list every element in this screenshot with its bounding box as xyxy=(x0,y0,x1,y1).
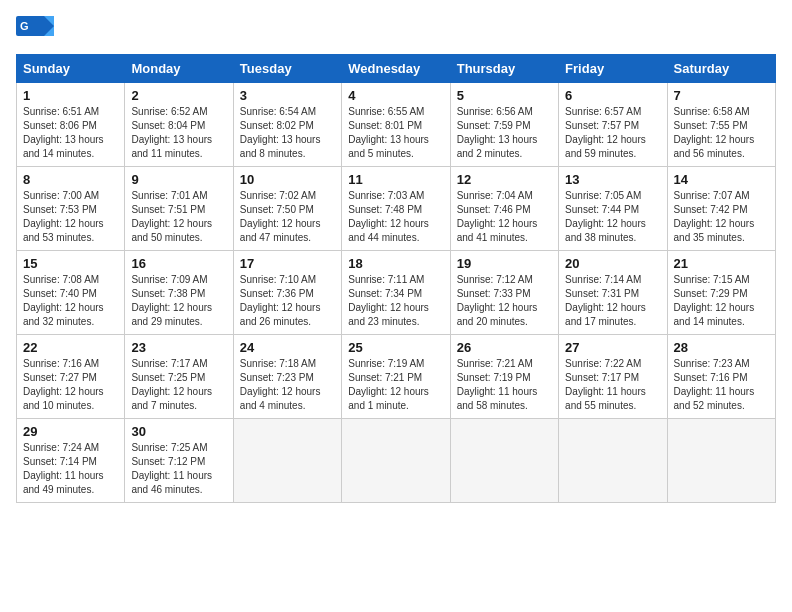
calendar-cell: 17Sunrise: 7:10 AM Sunset: 7:36 PM Dayli… xyxy=(233,251,341,335)
day-info: Sunrise: 7:08 AM Sunset: 7:40 PM Dayligh… xyxy=(23,273,118,329)
day-number: 16 xyxy=(131,256,226,271)
calendar-cell: 27Sunrise: 7:22 AM Sunset: 7:17 PM Dayli… xyxy=(559,335,667,419)
day-number: 12 xyxy=(457,172,552,187)
day-info: Sunrise: 7:03 AM Sunset: 7:48 PM Dayligh… xyxy=(348,189,443,245)
calendar-week-row: 8Sunrise: 7:00 AM Sunset: 7:53 PM Daylig… xyxy=(17,167,776,251)
calendar-cell: 28Sunrise: 7:23 AM Sunset: 7:16 PM Dayli… xyxy=(667,335,775,419)
day-info: Sunrise: 6:56 AM Sunset: 7:59 PM Dayligh… xyxy=(457,105,552,161)
day-info: Sunrise: 7:10 AM Sunset: 7:36 PM Dayligh… xyxy=(240,273,335,329)
calendar-cell: 22Sunrise: 7:16 AM Sunset: 7:27 PM Dayli… xyxy=(17,335,125,419)
calendar-cell: 5Sunrise: 6:56 AM Sunset: 7:59 PM Daylig… xyxy=(450,83,558,167)
calendar-cell: 1Sunrise: 6:51 AM Sunset: 8:06 PM Daylig… xyxy=(17,83,125,167)
weekday-header-friday: Friday xyxy=(559,55,667,83)
day-info: Sunrise: 7:00 AM Sunset: 7:53 PM Dayligh… xyxy=(23,189,118,245)
calendar-cell: 14Sunrise: 7:07 AM Sunset: 7:42 PM Dayli… xyxy=(667,167,775,251)
calendar-cell: 13Sunrise: 7:05 AM Sunset: 7:44 PM Dayli… xyxy=(559,167,667,251)
calendar-cell xyxy=(342,419,450,503)
day-number: 15 xyxy=(23,256,118,271)
calendar-cell: 20Sunrise: 7:14 AM Sunset: 7:31 PM Dayli… xyxy=(559,251,667,335)
day-number: 6 xyxy=(565,88,660,103)
calendar-cell: 26Sunrise: 7:21 AM Sunset: 7:19 PM Dayli… xyxy=(450,335,558,419)
day-number: 7 xyxy=(674,88,769,103)
day-info: Sunrise: 7:15 AM Sunset: 7:29 PM Dayligh… xyxy=(674,273,769,329)
day-number: 3 xyxy=(240,88,335,103)
day-info: Sunrise: 7:23 AM Sunset: 7:16 PM Dayligh… xyxy=(674,357,769,413)
calendar-cell: 7Sunrise: 6:58 AM Sunset: 7:55 PM Daylig… xyxy=(667,83,775,167)
calendar-cell: 30Sunrise: 7:25 AM Sunset: 7:12 PM Dayli… xyxy=(125,419,233,503)
day-number: 18 xyxy=(348,256,443,271)
day-info: Sunrise: 6:58 AM Sunset: 7:55 PM Dayligh… xyxy=(674,105,769,161)
calendar-cell: 10Sunrise: 7:02 AM Sunset: 7:50 PM Dayli… xyxy=(233,167,341,251)
day-info: Sunrise: 7:05 AM Sunset: 7:44 PM Dayligh… xyxy=(565,189,660,245)
day-number: 27 xyxy=(565,340,660,355)
day-number: 1 xyxy=(23,88,118,103)
day-number: 14 xyxy=(674,172,769,187)
calendar-cell: 23Sunrise: 7:17 AM Sunset: 7:25 PM Dayli… xyxy=(125,335,233,419)
day-number: 23 xyxy=(131,340,226,355)
day-number: 25 xyxy=(348,340,443,355)
day-info: Sunrise: 6:54 AM Sunset: 8:02 PM Dayligh… xyxy=(240,105,335,161)
calendar-week-row: 22Sunrise: 7:16 AM Sunset: 7:27 PM Dayli… xyxy=(17,335,776,419)
calendar-cell: 12Sunrise: 7:04 AM Sunset: 7:46 PM Dayli… xyxy=(450,167,558,251)
day-info: Sunrise: 7:09 AM Sunset: 7:38 PM Dayligh… xyxy=(131,273,226,329)
day-number: 17 xyxy=(240,256,335,271)
day-number: 21 xyxy=(674,256,769,271)
weekday-header-thursday: Thursday xyxy=(450,55,558,83)
day-number: 26 xyxy=(457,340,552,355)
day-number: 30 xyxy=(131,424,226,439)
calendar-cell: 25Sunrise: 7:19 AM Sunset: 7:21 PM Dayli… xyxy=(342,335,450,419)
calendar-week-row: 15Sunrise: 7:08 AM Sunset: 7:40 PM Dayli… xyxy=(17,251,776,335)
calendar-table: SundayMondayTuesdayWednesdayThursdayFrid… xyxy=(16,54,776,503)
day-number: 10 xyxy=(240,172,335,187)
weekday-header-wednesday: Wednesday xyxy=(342,55,450,83)
calendar-week-row: 1Sunrise: 6:51 AM Sunset: 8:06 PM Daylig… xyxy=(17,83,776,167)
weekday-header-tuesday: Tuesday xyxy=(233,55,341,83)
day-number: 22 xyxy=(23,340,118,355)
weekday-header-row: SundayMondayTuesdayWednesdayThursdayFrid… xyxy=(17,55,776,83)
calendar-cell: 16Sunrise: 7:09 AM Sunset: 7:38 PM Dayli… xyxy=(125,251,233,335)
day-info: Sunrise: 7:12 AM Sunset: 7:33 PM Dayligh… xyxy=(457,273,552,329)
day-number: 13 xyxy=(565,172,660,187)
calendar-cell: 6Sunrise: 6:57 AM Sunset: 7:57 PM Daylig… xyxy=(559,83,667,167)
day-info: Sunrise: 7:11 AM Sunset: 7:34 PM Dayligh… xyxy=(348,273,443,329)
calendar-cell: 18Sunrise: 7:11 AM Sunset: 7:34 PM Dayli… xyxy=(342,251,450,335)
weekday-header-sunday: Sunday xyxy=(17,55,125,83)
calendar-cell: 15Sunrise: 7:08 AM Sunset: 7:40 PM Dayli… xyxy=(17,251,125,335)
calendar-cell: 19Sunrise: 7:12 AM Sunset: 7:33 PM Dayli… xyxy=(450,251,558,335)
day-info: Sunrise: 6:55 AM Sunset: 8:01 PM Dayligh… xyxy=(348,105,443,161)
day-info: Sunrise: 7:07 AM Sunset: 7:42 PM Dayligh… xyxy=(674,189,769,245)
day-number: 28 xyxy=(674,340,769,355)
page-header: G xyxy=(16,16,776,46)
calendar-week-row: 29Sunrise: 7:24 AM Sunset: 7:14 PM Dayli… xyxy=(17,419,776,503)
calendar-cell xyxy=(559,419,667,503)
day-info: Sunrise: 7:16 AM Sunset: 7:27 PM Dayligh… xyxy=(23,357,118,413)
logo: G xyxy=(16,16,58,46)
day-info: Sunrise: 7:17 AM Sunset: 7:25 PM Dayligh… xyxy=(131,357,226,413)
day-info: Sunrise: 7:02 AM Sunset: 7:50 PM Dayligh… xyxy=(240,189,335,245)
logo-icon: G xyxy=(16,16,54,46)
calendar-cell xyxy=(667,419,775,503)
calendar-cell: 2Sunrise: 6:52 AM Sunset: 8:04 PM Daylig… xyxy=(125,83,233,167)
calendar-cell: 24Sunrise: 7:18 AM Sunset: 7:23 PM Dayli… xyxy=(233,335,341,419)
calendar-cell xyxy=(233,419,341,503)
day-info: Sunrise: 6:51 AM Sunset: 8:06 PM Dayligh… xyxy=(23,105,118,161)
day-info: Sunrise: 7:14 AM Sunset: 7:31 PM Dayligh… xyxy=(565,273,660,329)
day-info: Sunrise: 7:24 AM Sunset: 7:14 PM Dayligh… xyxy=(23,441,118,497)
day-info: Sunrise: 7:22 AM Sunset: 7:17 PM Dayligh… xyxy=(565,357,660,413)
day-info: Sunrise: 7:21 AM Sunset: 7:19 PM Dayligh… xyxy=(457,357,552,413)
day-number: 29 xyxy=(23,424,118,439)
day-number: 5 xyxy=(457,88,552,103)
day-number: 19 xyxy=(457,256,552,271)
day-number: 11 xyxy=(348,172,443,187)
calendar-cell: 11Sunrise: 7:03 AM Sunset: 7:48 PM Dayli… xyxy=(342,167,450,251)
day-info: Sunrise: 7:25 AM Sunset: 7:12 PM Dayligh… xyxy=(131,441,226,497)
day-number: 24 xyxy=(240,340,335,355)
calendar-cell: 8Sunrise: 7:00 AM Sunset: 7:53 PM Daylig… xyxy=(17,167,125,251)
day-info: Sunrise: 7:19 AM Sunset: 7:21 PM Dayligh… xyxy=(348,357,443,413)
calendar-cell: 29Sunrise: 7:24 AM Sunset: 7:14 PM Dayli… xyxy=(17,419,125,503)
calendar-cell: 3Sunrise: 6:54 AM Sunset: 8:02 PM Daylig… xyxy=(233,83,341,167)
day-number: 2 xyxy=(131,88,226,103)
day-number: 4 xyxy=(348,88,443,103)
day-number: 8 xyxy=(23,172,118,187)
calendar-cell: 9Sunrise: 7:01 AM Sunset: 7:51 PM Daylig… xyxy=(125,167,233,251)
